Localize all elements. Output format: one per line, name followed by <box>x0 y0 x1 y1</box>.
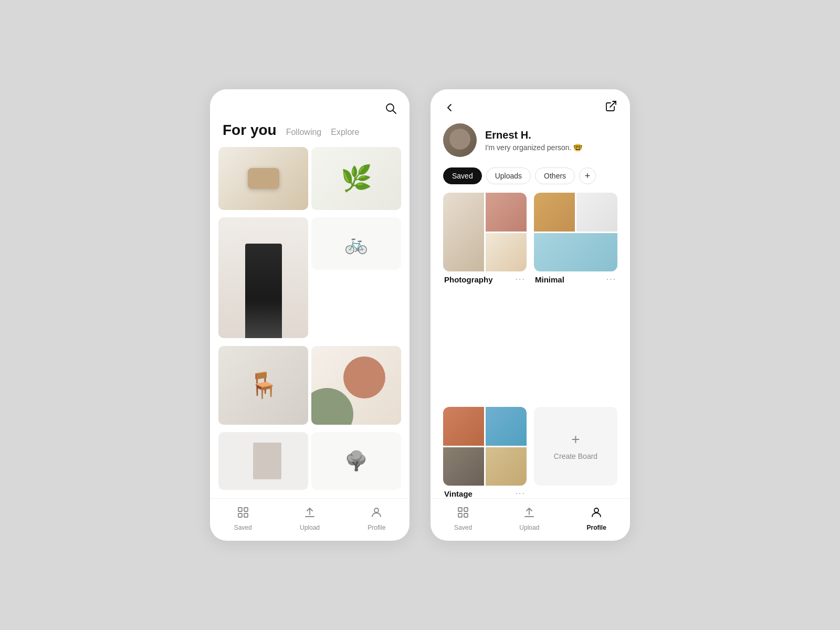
board-photo-img3 <box>486 233 527 272</box>
svg-rect-3 <box>244 508 248 511</box>
back-icon <box>443 101 456 114</box>
back-button[interactable] <box>443 101 456 114</box>
nav-upload-label: Upload <box>300 524 320 531</box>
board-vint-img3 <box>443 447 484 486</box>
nav-saved-label: Saved <box>234 524 252 531</box>
left-header <box>210 89 410 122</box>
feed-item-doors[interactable] <box>218 432 308 490</box>
right-nav-saved-label: Saved <box>454 524 472 531</box>
board-photography[interactable]: Photography ··· <box>443 193 527 404</box>
board-photography-menu[interactable]: ··· <box>516 275 526 284</box>
board-vint-img4 <box>486 447 527 486</box>
nav-profile-label: Profile <box>368 524 385 531</box>
right-bottom-nav: Saved Upload Profile <box>430 498 630 541</box>
board-vintage[interactable]: Vintage ··· <box>443 407 527 498</box>
svg-rect-10 <box>458 513 462 517</box>
board-vintage-name: Vintage <box>444 489 472 498</box>
board-photography-mosaic <box>443 193 527 271</box>
svg-rect-2 <box>238 508 242 511</box>
avatar <box>443 123 477 157</box>
feed-item-abstract[interactable] <box>311 346 401 425</box>
board-minimal-menu[interactable]: ··· <box>606 275 616 284</box>
search-icon <box>384 102 397 114</box>
tab-add-button[interactable]: + <box>579 167 596 184</box>
svg-rect-8 <box>458 508 462 511</box>
svg-rect-5 <box>244 513 248 517</box>
create-board-button[interactable]: + Create Board <box>534 407 617 486</box>
search-button[interactable] <box>384 102 397 118</box>
upload-icon <box>303 506 316 522</box>
right-nav-upload[interactable]: Upload <box>519 506 539 531</box>
right-nav-saved[interactable]: Saved <box>454 506 472 531</box>
svg-rect-11 <box>464 513 468 517</box>
feed-grid <box>210 147 410 494</box>
board-photo-img2 <box>486 193 527 232</box>
right-grid-icon <box>457 506 469 522</box>
upload-svg <box>303 506 316 519</box>
right-nav-profile-label: Profile <box>587 524 606 531</box>
right-person-svg <box>590 506 603 519</box>
right-header <box>430 89 630 123</box>
grid-icon <box>237 506 249 522</box>
board-photography-name: Photography <box>444 275 493 284</box>
profile-text: Ernest H. I'm very organized person. 🤓 <box>485 129 617 152</box>
board-min-img1 <box>534 193 575 232</box>
board-min-img3 <box>534 233 617 272</box>
left-phone: For you Following Explore Saved <box>210 89 410 541</box>
board-photography-label-row: Photography ··· <box>443 275 527 284</box>
board-minimal[interactable]: Minimal ··· <box>534 193 617 404</box>
board-vintage-menu[interactable]: ··· <box>516 489 526 498</box>
share-button[interactable] <box>605 100 617 115</box>
profile-bio: I'm very organized person. 🤓 <box>485 143 617 152</box>
board-vint-img2 <box>486 407 527 446</box>
tab-saved[interactable]: Saved <box>443 167 482 184</box>
profile-tabs: Saved Uploads Others + <box>430 167 630 193</box>
nav-saved[interactable]: Saved <box>234 506 252 531</box>
create-board-label: Create Board <box>554 452 597 460</box>
svg-line-7 <box>610 101 616 107</box>
feed-item-tree[interactable] <box>311 432 401 490</box>
right-phone: Ernest H. I'm very organized person. 🤓 S… <box>430 89 630 541</box>
svg-line-1 <box>393 111 396 114</box>
grid-svg <box>237 506 249 519</box>
feed-item-bike[interactable] <box>311 217 401 270</box>
svg-point-12 <box>594 508 598 512</box>
create-plus-icon: + <box>571 432 580 447</box>
board-minimal-mosaic <box>534 193 617 271</box>
feed-item-chair[interactable] <box>218 346 308 425</box>
svg-point-6 <box>374 508 379 512</box>
explore-link[interactable]: Explore <box>331 128 359 137</box>
board-minimal-name: Minimal <box>535 275 564 284</box>
svg-rect-9 <box>464 508 468 511</box>
profile-info: Ernest H. I'm very organized person. 🤓 <box>430 123 630 167</box>
board-minimal-label-row: Minimal ··· <box>534 275 617 284</box>
tab-uploads[interactable]: Uploads <box>486 167 531 184</box>
boards-grid-row2: Vintage ··· + Create Board <box>430 407 630 498</box>
left-nav: For you Following Explore <box>210 122 410 147</box>
board-create[interactable]: + Create Board <box>534 407 617 498</box>
board-vint-img1 <box>443 407 484 446</box>
board-photo-img1 <box>443 193 484 271</box>
feed-item-leaf[interactable] <box>311 147 401 210</box>
feed-title: For you <box>223 122 277 139</box>
board-vintage-mosaic <box>443 407 527 486</box>
tab-others[interactable]: Others <box>535 167 575 184</box>
left-bottom-nav: Saved Upload Profile <box>210 498 410 541</box>
right-grid-svg <box>457 506 469 519</box>
feed-item-fashion[interactable] <box>218 217 308 338</box>
person-icon <box>370 506 383 522</box>
right-upload-icon <box>523 506 536 522</box>
share-icon <box>605 100 617 112</box>
nav-profile[interactable]: Profile <box>368 506 385 531</box>
board-min-img2 <box>576 193 617 232</box>
right-nav-profile[interactable]: Profile <box>587 506 606 531</box>
right-person-icon <box>590 506 603 522</box>
following-link[interactable]: Following <box>286 128 322 137</box>
right-upload-svg <box>523 506 536 519</box>
feed-item-radio[interactable] <box>218 147 308 210</box>
person-svg <box>370 506 383 519</box>
profile-name: Ernest H. <box>485 129 617 141</box>
boards-grid: Photography ··· Minimal ··· <box>430 193 630 404</box>
nav-upload[interactable]: Upload <box>300 506 320 531</box>
right-nav-upload-label: Upload <box>519 524 539 531</box>
